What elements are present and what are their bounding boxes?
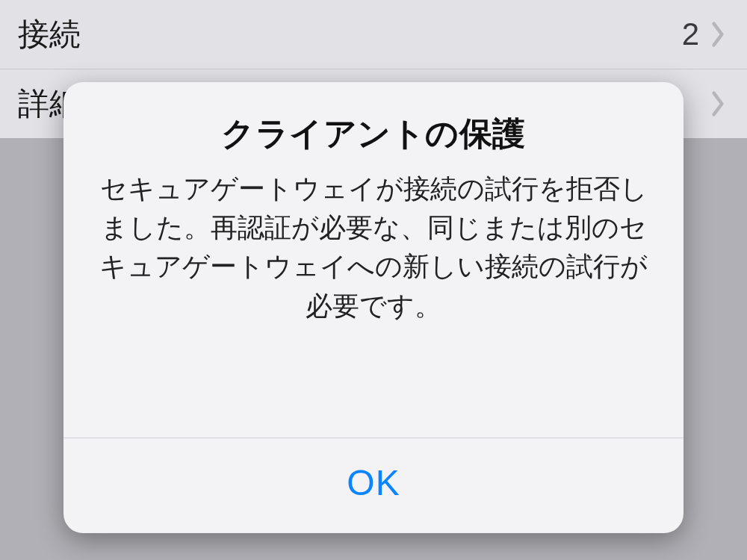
alert-dialog: クライアントの保護 セキュアゲートウェイが接続の試行を拒否しました。再認証が必要… <box>63 82 684 533</box>
alert-title: クライアントの保護 <box>90 112 657 156</box>
alert-body: クライアントの保護 セキュアゲートウェイが接続の試行を拒否しました。再認証が必要… <box>63 82 684 438</box>
ok-button[interactable]: OK <box>63 438 684 533</box>
alert-message: セキュアゲートウェイが接続の試行を拒否しました。再認証が必要な、同じまたは別のセ… <box>90 169 657 326</box>
modal-overlay: クライアントの保護 セキュアゲートウェイが接続の試行を拒否しました。再認証が必要… <box>0 0 747 560</box>
